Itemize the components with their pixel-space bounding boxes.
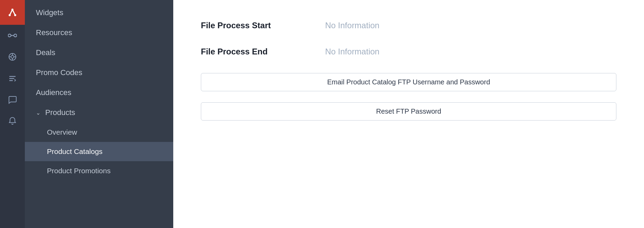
sidebar: Widgets Resources Deals Promo Codes Audi… bbox=[25, 0, 173, 228]
svg-point-1 bbox=[9, 14, 11, 16]
sidebar-item-product-promotions[interactable]: Product Promotions bbox=[25, 161, 173, 180]
svg-point-5 bbox=[11, 55, 14, 58]
bell-nav-icon[interactable] bbox=[0, 110, 25, 132]
logo-area[interactable] bbox=[0, 0, 25, 25]
file-process-end-value: No Information bbox=[325, 47, 379, 56]
deals-label: Deals bbox=[36, 48, 55, 57]
logo-icon bbox=[5, 5, 20, 20]
svg-point-0 bbox=[5, 5, 20, 20]
action-buttons-section: Email Product Catalog FTP Username and P… bbox=[201, 73, 616, 121]
svg-point-3 bbox=[14, 14, 16, 16]
file-process-end-label: File Process End bbox=[201, 47, 297, 56]
sidebar-item-resources[interactable]: Resources bbox=[25, 23, 173, 43]
product-promotions-label: Product Promotions bbox=[47, 167, 110, 175]
overview-label: Overview bbox=[47, 128, 77, 136]
icon-rail bbox=[0, 0, 25, 228]
chat-nav-icon[interactable] bbox=[0, 89, 25, 110]
promo-codes-label: Promo Codes bbox=[36, 68, 82, 77]
list-nav-icon[interactable] bbox=[0, 68, 25, 89]
file-process-start-row: File Process Start No Information bbox=[201, 21, 616, 30]
audiences-label: Audiences bbox=[36, 88, 71, 97]
sidebar-item-product-catalogs[interactable]: Product Catalogs bbox=[25, 142, 173, 161]
sidebar-item-audiences[interactable]: Audiences bbox=[25, 83, 173, 103]
products-label: Products bbox=[45, 108, 75, 117]
sidebar-item-widgets[interactable]: Widgets bbox=[25, 3, 173, 23]
reset-ftp-button[interactable]: Reset FTP Password bbox=[201, 102, 616, 121]
resources-label: Resources bbox=[36, 28, 72, 37]
sidebar-item-overview[interactable]: Overview bbox=[25, 123, 173, 142]
sidebar-item-products[interactable]: ⌄ Products bbox=[25, 103, 173, 123]
email-ftp-button[interactable]: Email Product Catalog FTP Username and P… bbox=[201, 73, 616, 91]
main-content: File Process Start No Information File P… bbox=[173, 0, 644, 228]
file-process-end-row: File Process End No Information bbox=[201, 47, 616, 56]
widgets-label: Widgets bbox=[36, 8, 63, 17]
product-catalogs-label: Product Catalogs bbox=[47, 147, 103, 156]
chevron-down-icon: ⌄ bbox=[36, 110, 40, 116]
infinity-nav-icon[interactable] bbox=[0, 25, 25, 46]
file-process-start-label: File Process Start bbox=[201, 21, 297, 30]
sidebar-item-promo-codes[interactable]: Promo Codes bbox=[25, 63, 173, 83]
network-nav-icon[interactable] bbox=[0, 46, 25, 68]
svg-point-2 bbox=[11, 9, 13, 11]
file-process-start-value: No Information bbox=[325, 21, 379, 30]
sidebar-item-deals[interactable]: Deals bbox=[25, 43, 173, 63]
